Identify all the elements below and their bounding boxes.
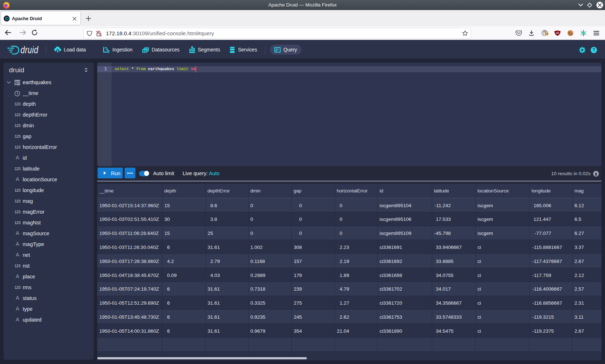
svg-text:?: ? [592,47,595,53]
svg-text:uO: uO [556,32,559,34]
